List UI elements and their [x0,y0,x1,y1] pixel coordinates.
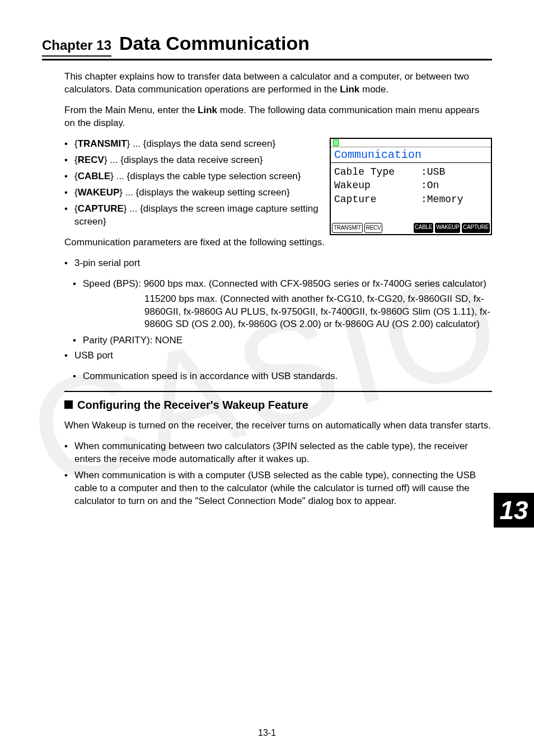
usb-port-label: USB port [74,349,492,362]
serial-port-label: 3-pin serial port [74,257,492,270]
softkey-wakeup: WAKEUP [435,223,460,233]
chapter-heading: Chapter 13 Data Communication [42,31,492,60]
usb-speed-note: Communication speed is in accordance wit… [83,370,492,383]
calc-row: Wakeup:On [334,179,488,192]
usb-port-section: •USB port [64,349,492,362]
menu-item-cable: •{CABLE} ... {displays the cable type se… [64,170,322,183]
parity-setting: Parity (PARITY): NONE [83,334,492,347]
fixed-params-intro: Communication parameters are fixed at th… [64,236,492,249]
section-heading: Configuring the Receiver's Wakeup Featur… [64,398,492,413]
wakeup-notes: •When communicating between two calculat… [64,440,492,508]
softkey-capture: CAPTURE [462,223,490,233]
menu-item-capture: •{CAPTURE} ... {displays the screen imag… [64,203,322,228]
wakeup-note-2: •When communication is with a computer (… [64,469,492,508]
wakeup-intro: When Wakeup is turned on the receiver, t… [64,419,492,432]
calculator-screenshot: Communication Cable Type:USB Wakeup:On C… [330,138,492,235]
calc-row: Cable Type:USB [334,165,488,179]
separator [64,391,492,392]
speed-setting-2: 115200 bps max. (Connected with another … [73,293,492,332]
chapter-title: Data Communication [119,31,310,57]
page-number: 13-1 [0,727,534,739]
softkey-recv: RECV [364,223,383,233]
page-content: Chapter 13 Data Communication This chapt… [0,0,534,508]
wakeup-note-1: •When communicating between two calculat… [64,440,492,466]
serial-port-section: •3-pin serial port [64,257,492,270]
speed-setting-1: Speed (BPS): 9600 bps max. (Connected wi… [83,278,492,291]
menu-item-transmit: •{TRANSMIT} ... {displays the data send … [64,138,322,151]
intro-paragraph-2: From the Main Menu, enter the Link mode.… [64,104,492,130]
menu-item-wakeup: •{WAKEUP} ... {displays the wakeup setti… [64,186,322,199]
softkey-cable: CABLE [414,223,433,233]
usb-port-details: •Communication speed is in accordance wi… [73,370,492,383]
calc-row: Capture:Memory [334,193,488,206]
calc-softkeys: TRANSMIT RECV CABLE WAKEUP CAPTURE [331,222,491,234]
square-bullet-icon [64,400,73,409]
softkey-transmit: TRANSMIT [332,223,363,233]
serial-port-details: •Speed (BPS): 9600 bps max. (Connected w… [73,278,492,348]
battery-icon [333,139,339,146]
intro-paragraph-1: This chapter explains how to transfer da… [64,71,492,96]
calc-title: Communication [331,147,491,163]
menu-item-recv: •{RECV} ... {displays the data receive s… [64,154,322,167]
chapter-label: Chapter 13 [42,36,111,57]
